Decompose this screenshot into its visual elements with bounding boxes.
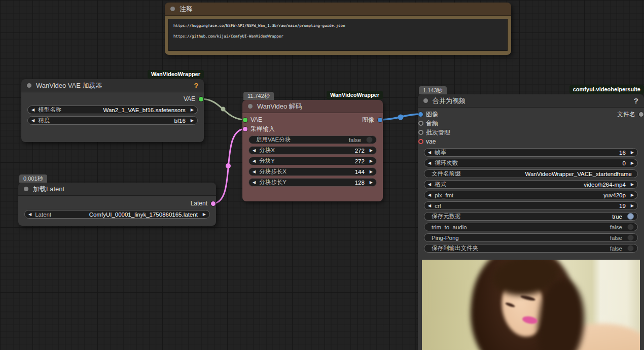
port-row: 采样输入 (242, 124, 383, 133)
arrow-left-icon[interactable]: ◀ (31, 119, 34, 123)
widget-filename-prefix[interactable]: 文件名前缀 WanVideoWrapper_VACE_startendframe (424, 169, 638, 178)
arrow-right-icon[interactable]: ▶ (370, 170, 373, 174)
note-textarea[interactable]: https://huggingface.co/NSFW-API/NSFW_Wan… (168, 19, 508, 51)
output-port-vae[interactable] (199, 97, 203, 101)
widget-crf[interactable]: ◀ crf 19 ▶ (424, 201, 638, 210)
widget-loop-count[interactable]: ◀ 循环次数 0 ▶ (424, 159, 638, 167)
node-vae-loader-titlebar[interactable]: WanVideo VAE 加载器 ? (21, 79, 204, 92)
widget-save-metadata[interactable]: 保存元数据 true (424, 212, 638, 221)
collapse-dot-icon[interactable] (423, 98, 428, 103)
input-port-vae[interactable] (243, 118, 247, 122)
input-port-audio[interactable] (418, 121, 423, 126)
help-icon[interactable]: ? (194, 82, 198, 90)
toggle-indicator-icon[interactable] (366, 136, 373, 143)
output-port-filename[interactable] (639, 112, 643, 117)
arrow-right-icon[interactable]: ▶ (631, 183, 634, 187)
collapse-dot-icon[interactable] (24, 187, 28, 191)
output-port-latent[interactable] (211, 201, 216, 206)
arrow-right-icon[interactable]: ▶ (631, 151, 634, 155)
widget-model-name[interactable]: ◀ 模型名称 Wan2_1_VAE_bf16.safetensors ▶ (27, 106, 198, 114)
node-graph-canvas[interactable]: 注释 https://huggingface.co/NSFW-API/NSFW_… (0, 0, 644, 350)
node-note-body: https://huggingface.co/NSFW-API/NSFW_Wan… (165, 16, 511, 55)
output-label: 文件名 (617, 110, 635, 119)
port-row: 图像 文件名 (418, 110, 644, 119)
preview-figure-hair-side (533, 277, 590, 350)
input-label: vae (426, 138, 436, 145)
arrow-right-icon[interactable]: ▶ (370, 181, 373, 185)
input-port-image[interactable] (418, 112, 423, 117)
widget-precision[interactable]: ◀ 精度 bf16 ▶ (27, 116, 198, 125)
arrow-left-icon[interactable]: ◀ (253, 181, 256, 185)
arrow-left-icon[interactable]: ◀ (28, 213, 31, 217)
arrow-right-icon[interactable]: ▶ (191, 119, 194, 123)
execution-time-badge: 0.001秒 (19, 174, 47, 183)
input-port-batch-manager[interactable] (418, 130, 423, 135)
arrow-left-icon[interactable]: ◀ (428, 161, 431, 165)
arrow-right-icon[interactable]: ▶ (191, 108, 194, 112)
arrow-left-icon[interactable]: ◀ (253, 159, 256, 163)
collapse-dot-icon[interactable] (248, 104, 253, 109)
arrow-left-icon[interactable]: ◀ (428, 193, 431, 197)
toggle-indicator-icon[interactable] (627, 224, 634, 230)
widget-trim-to-audio[interactable]: trim_to_audio false (424, 223, 638, 231)
node-note-titlebar[interactable]: 注释 (165, 3, 511, 16)
arrow-right-icon[interactable]: ▶ (631, 193, 634, 197)
widget-tile-y[interactable]: ◀ 分块Y 272 ▶ (248, 157, 377, 165)
widget-tile-x[interactable]: ◀ 分块X 272 ▶ (248, 146, 377, 155)
node-wanvideo-vae-loader[interactable]: WanVideoWrapper WanVideo VAE 加载器 ? VAE ◀… (21, 79, 204, 142)
preview-figure-lips (522, 316, 538, 325)
node-source-tag: WanVideoWrapper (327, 91, 383, 99)
widget-pix-fmt[interactable]: ◀ pix_fmt yuv420p ▶ (424, 191, 638, 199)
input-label: 批次管理 (426, 128, 450, 137)
toggle-indicator-icon[interactable] (627, 213, 634, 220)
widget-enable-vae-tiling[interactable]: 启用VAE分块 false (248, 135, 377, 144)
node-title: WanVideo 解码 (257, 102, 302, 111)
widget-frame-rate[interactable]: ◀ 帧率 16 ▶ (424, 148, 638, 157)
arrow-right-icon[interactable]: ▶ (370, 149, 373, 153)
widget-tile-stride-y[interactable]: ◀ 分块步长Y 128 ▶ (248, 178, 377, 187)
node-wanvideo-decode[interactable]: 11.742秒 WanVideoWrapper WanVideo 解码 VAE … (242, 100, 383, 201)
collapse-dot-icon[interactable] (170, 7, 175, 11)
video-preview[interactable] (422, 260, 640, 350)
widget-save-to-output-folder[interactable]: 保存到输出文件夹 false (424, 244, 638, 253)
arrow-left-icon[interactable]: ◀ (428, 151, 431, 155)
preview-figure-bangs (490, 260, 561, 300)
link-image-wire (380, 114, 421, 120)
node-decode-titlebar[interactable]: WanVideo 解码 (242, 100, 383, 113)
widget-format[interactable]: ◀ 格式 video/h264-mp4 ▶ (424, 180, 638, 189)
node-video-combine-titlebar[interactable]: 合并为视频 ? (418, 94, 644, 108)
arrow-right-icon[interactable]: ▶ (631, 204, 634, 208)
arrow-right-icon[interactable]: ▶ (631, 161, 634, 165)
output-port-image[interactable] (378, 118, 382, 122)
arrow-left-icon[interactable]: ◀ (428, 204, 431, 208)
arrow-right-icon[interactable]: ▶ (203, 213, 206, 217)
node-source-tag: WanVideoWrapper (148, 70, 204, 79)
toggle-indicator-icon[interactable] (627, 245, 634, 252)
widget-latent-file[interactable]: ◀ Latent ComfyUI_00001_linyk_1750860165.… (24, 210, 210, 219)
arrow-left-icon[interactable]: ◀ (253, 170, 256, 174)
arrow-left-icon[interactable]: ◀ (31, 108, 34, 112)
node-video-combine[interactable]: 1.143秒 comfyui-videohelpersuite 合并为视频 ? … (418, 94, 644, 350)
widget-tile-stride-x[interactable]: ◀ 分块步长X 144 ▶ (248, 167, 377, 176)
link-vae-midpoint-dot (221, 107, 226, 112)
execution-time-badge: 11.742秒 (243, 92, 274, 100)
node-title: WanVideo VAE 加载器 (36, 81, 102, 90)
node-title: 注释 (180, 5, 193, 14)
port-row: VAE 图像 (242, 115, 383, 124)
link-vae-wire (201, 99, 245, 120)
input-port-samples[interactable] (243, 127, 247, 131)
arrow-left-icon[interactable]: ◀ (253, 149, 256, 153)
arrow-left-icon[interactable]: ◀ (428, 183, 431, 187)
node-load-latent[interactable]: 0.001秒 加载Latent Latent ◀ Latent ComfyUI_… (18, 183, 216, 226)
help-icon[interactable]: ? (634, 96, 638, 105)
port-row: 批次管理 (418, 128, 644, 137)
note-url-line: https://github.com/kijai/ComfyUI-WanVide… (173, 34, 503, 39)
input-port-vae[interactable] (418, 139, 423, 144)
arrow-right-icon[interactable]: ▶ (370, 159, 373, 163)
node-note[interactable]: 注释 https://huggingface.co/NSFW-API/NSFW_… (165, 3, 511, 55)
collapse-dot-icon[interactable] (27, 83, 31, 88)
toggle-indicator-icon[interactable] (627, 234, 634, 241)
note-url-line: https://huggingface.co/NSFW-API/NSFW_Wan… (173, 23, 503, 28)
widget-ping-pong[interactable]: Ping-Pong false (424, 233, 638, 242)
node-load-latent-titlebar[interactable]: 加载Latent (18, 183, 216, 196)
